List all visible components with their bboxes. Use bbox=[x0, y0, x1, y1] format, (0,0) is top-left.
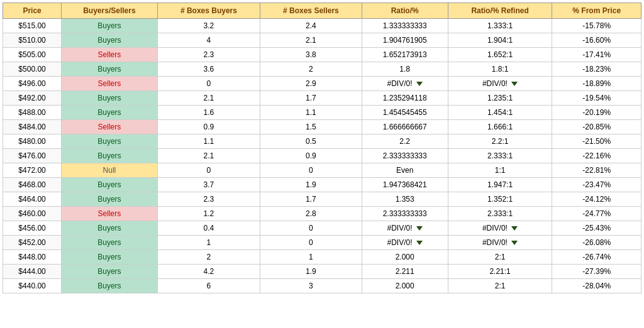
from-price-cell: -16.60% bbox=[552, 33, 641, 48]
side-cell: Buyers bbox=[62, 221, 158, 236]
from-price-cell: -19.54% bbox=[552, 91, 641, 106]
price-cell: $492.00 bbox=[3, 91, 62, 106]
price-cell: $476.00 bbox=[3, 149, 62, 163]
flag-triangle bbox=[416, 82, 423, 86]
side-cell: Buyers bbox=[62, 33, 158, 48]
ratio-cell: 2.211 bbox=[362, 265, 448, 279]
boxes-sellers-cell: 3 bbox=[260, 279, 362, 293]
table-row: $444.00Buyers4.21.92.2112.21:1-27.39% bbox=[3, 265, 641, 279]
ratio-refined-cell: 2.333:1 bbox=[448, 149, 552, 163]
boxes-buyers-cell: 1.2 bbox=[157, 207, 260, 221]
side-cell: Buyers bbox=[62, 192, 158, 207]
ratio-refined-cell: 1.235:1 bbox=[448, 91, 552, 106]
boxes-sellers-cell: 1.9 bbox=[260, 178, 362, 192]
side-cell: Null bbox=[62, 163, 158, 178]
ratio-cell: 1.666666667 bbox=[362, 120, 448, 134]
boxes-buyers-cell: 1.1 bbox=[157, 134, 260, 149]
price-cell: $510.00 bbox=[3, 33, 62, 48]
from-price-cell: -20.85% bbox=[552, 120, 641, 134]
from-price-cell: -22.16% bbox=[552, 149, 641, 163]
flag-triangle bbox=[416, 226, 423, 231]
from-price-cell: -25.43% bbox=[552, 221, 641, 236]
col-header-0: Price bbox=[3, 3, 62, 19]
price-cell: $448.00 bbox=[3, 250, 62, 265]
ratio-refined-cell: 1.947:1 bbox=[448, 178, 552, 192]
flag-triangle bbox=[416, 241, 423, 245]
flag-triangle-refined bbox=[511, 82, 518, 86]
boxes-buyers-cell: 2.3 bbox=[157, 192, 260, 207]
boxes-buyers-cell: 2.3 bbox=[157, 48, 260, 62]
from-price-cell: -17.41% bbox=[552, 48, 641, 62]
table-row: $476.00Buyers2.10.92.3333333332.333:1-22… bbox=[3, 149, 641, 163]
table-row: $510.00Buyers42.11.9047619051.904:1-16.6… bbox=[3, 33, 641, 48]
ratio-cell: 2.333333333 bbox=[362, 207, 448, 221]
boxes-sellers-cell: 0.9 bbox=[260, 149, 362, 163]
boxes-buyers-cell: 4.2 bbox=[157, 265, 260, 279]
table-row: $488.00Buyers1.61.11.4545454551.454:1-20… bbox=[3, 106, 641, 120]
ratio-cell: 1.904761905 bbox=[362, 33, 448, 48]
ratio-cell: 2.333333333 bbox=[362, 149, 448, 163]
price-cell: $468.00 bbox=[3, 178, 62, 192]
from-price-cell: -26.08% bbox=[552, 236, 641, 250]
boxes-sellers-cell: 1.7 bbox=[260, 192, 362, 207]
boxes-buyers-cell: 1 bbox=[157, 236, 260, 250]
price-cell: $515.00 bbox=[3, 19, 62, 33]
ratio-cell: 1.454545455 bbox=[362, 106, 448, 120]
price-cell: $500.00 bbox=[3, 62, 62, 77]
table-row: $505.00Sellers2.33.81.6521739131.652:1-1… bbox=[3, 48, 641, 62]
ratio-cell: #DIV/0! bbox=[362, 77, 448, 91]
boxes-sellers-cell: 2.4 bbox=[260, 19, 362, 33]
ratio-refined-cell: 1:1 bbox=[448, 163, 552, 178]
col-header-6: % From Price bbox=[552, 3, 641, 19]
table-row: $440.00Buyers632.0002:1-28.04% bbox=[3, 279, 641, 293]
table-row: $515.00Buyers3.22.41.3333333331.333:1-15… bbox=[3, 19, 641, 33]
ratio-cell: 2.2 bbox=[362, 134, 448, 149]
boxes-sellers-cell: 0.5 bbox=[260, 134, 362, 149]
from-price-cell: -24.12% bbox=[552, 192, 641, 207]
table-row: $500.00Buyers3.621.81.8:1-18.23% bbox=[3, 62, 641, 77]
boxes-buyers-cell: 2.1 bbox=[157, 91, 260, 106]
from-price-cell: -27.39% bbox=[552, 265, 641, 279]
side-cell: Buyers bbox=[62, 134, 158, 149]
boxes-sellers-cell: 2 bbox=[260, 62, 362, 77]
col-header-2: # Boxes Buyers bbox=[157, 3, 260, 19]
price-cell: $505.00 bbox=[3, 48, 62, 62]
side-cell: Buyers bbox=[62, 178, 158, 192]
ratio-cell: 2.000 bbox=[362, 250, 448, 265]
ratio-cell: 1.947368421 bbox=[362, 178, 448, 192]
table-row: $460.00Sellers1.22.82.3333333332.333:1-2… bbox=[3, 207, 641, 221]
boxes-sellers-cell: 3.8 bbox=[260, 48, 362, 62]
side-cell: Sellers bbox=[62, 77, 158, 91]
from-price-cell: -20.19% bbox=[552, 106, 641, 120]
ratio-refined-cell: 1.666:1 bbox=[448, 120, 552, 134]
from-price-cell: -18.89% bbox=[552, 77, 641, 91]
ratio-refined-cell: 2.333:1 bbox=[448, 207, 552, 221]
price-cell: $464.00 bbox=[3, 192, 62, 207]
side-cell: Buyers bbox=[62, 91, 158, 106]
boxes-sellers-cell: 1 bbox=[260, 250, 362, 265]
side-cell: Buyers bbox=[62, 149, 158, 163]
ratio-cell: #DIV/0! bbox=[362, 221, 448, 236]
side-cell: Sellers bbox=[62, 120, 158, 134]
from-price-cell: -22.81% bbox=[552, 163, 641, 178]
boxes-sellers-cell: 1.7 bbox=[260, 91, 362, 106]
ratio-cell: 1.652173913 bbox=[362, 48, 448, 62]
side-cell: Sellers bbox=[62, 207, 158, 221]
boxes-buyers-cell: 3.7 bbox=[157, 178, 260, 192]
price-cell: $472.00 bbox=[3, 163, 62, 178]
ratio-refined-cell: 1.454:1 bbox=[448, 106, 552, 120]
side-cell: Buyers bbox=[62, 250, 158, 265]
boxes-buyers-cell: 1.6 bbox=[157, 106, 260, 120]
side-cell: Sellers bbox=[62, 48, 158, 62]
table-row: $472.00Null00Even1:1-22.81% bbox=[3, 163, 641, 178]
boxes-sellers-cell: 1.5 bbox=[260, 120, 362, 134]
ratio-refined-cell: 2.2:1 bbox=[448, 134, 552, 149]
boxes-buyers-cell: 3.2 bbox=[157, 19, 260, 33]
price-cell: $496.00 bbox=[3, 77, 62, 91]
boxes-buyers-cell: 0 bbox=[157, 77, 260, 91]
from-price-cell: -18.23% bbox=[552, 62, 641, 77]
price-cell: $480.00 bbox=[3, 134, 62, 149]
ratio-refined-cell: 1.8:1 bbox=[448, 62, 552, 77]
ratio-cell: 1.8 bbox=[362, 62, 448, 77]
boxes-buyers-cell: 0.9 bbox=[157, 120, 260, 134]
